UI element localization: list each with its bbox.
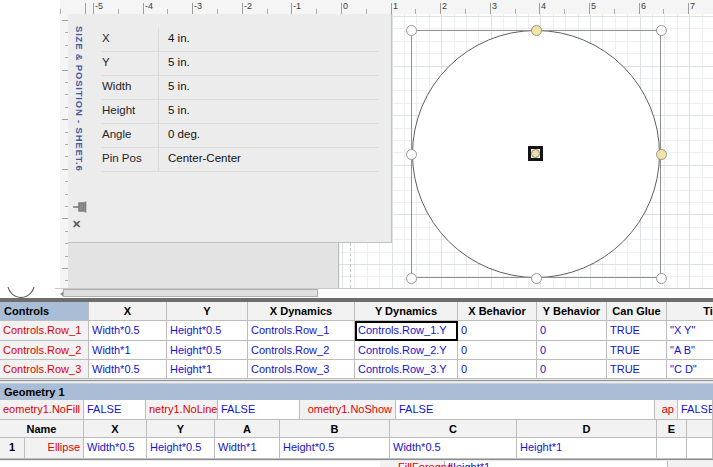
field-label: Height bbox=[102, 104, 135, 116]
formula-cell[interactable] bbox=[657, 438, 687, 459]
formula-cell[interactable]: TRUE bbox=[607, 341, 667, 360]
controls-section: Controls X Y X Dynamics Y Dynamics X Beh… bbox=[0, 302, 713, 381]
formula-cell[interactable]: 0 bbox=[458, 341, 537, 360]
ruler-number: 5 bbox=[591, 0, 596, 12]
size-position-panel: SIZE & POSITION - SHEET.6 X 4 in. Y 5 in… bbox=[68, 14, 392, 243]
row-name-cell[interactable]: Controls.Row_3 bbox=[0, 360, 89, 379]
selection-handle-middle-left[interactable] bbox=[406, 149, 417, 160]
circle-master-icon bbox=[7, 287, 35, 298]
selection-handle-bottom-middle[interactable] bbox=[531, 273, 542, 284]
column-header-d: D bbox=[517, 420, 657, 438]
row-name-cell[interactable]: Controls.Row_2 bbox=[0, 341, 89, 360]
selection-handle-top-left[interactable] bbox=[406, 25, 417, 36]
ruler-number: 6 bbox=[641, 0, 646, 12]
row-name-cell[interactable]: Controls.Row_1 bbox=[0, 321, 89, 341]
formula-cell[interactable]: Width*0.5 bbox=[89, 321, 167, 341]
field-value[interactable]: 5 in. bbox=[158, 100, 379, 123]
flag-value[interactable]: FALSE bbox=[678, 400, 713, 420]
field-value[interactable]: 5 in. bbox=[158, 52, 379, 75]
selection-handle-bottom-right[interactable] bbox=[656, 273, 667, 284]
formula-cell[interactable]: Width*1 bbox=[215, 438, 280, 459]
formula-cell[interactable]: Height*0.5 bbox=[147, 438, 215, 459]
controls-section-header[interactable]: Controls bbox=[0, 302, 89, 321]
formula-cell[interactable]: "X Y" bbox=[667, 321, 713, 341]
column-header-y-behavior: Y Behavior bbox=[537, 302, 607, 321]
field-row-y: Y 5 in. bbox=[102, 52, 379, 76]
column-header-name: Name bbox=[0, 420, 84, 438]
ruler-number: 4 bbox=[541, 0, 546, 12]
control-handle-center-selected[interactable] bbox=[528, 146, 543, 161]
formula-cell[interactable]: 0 bbox=[537, 321, 607, 341]
flag-label-noline[interactable]: netry1.NoLine bbox=[146, 400, 218, 420]
master-shape-partial[interactable] bbox=[6, 287, 36, 298]
column-header-c: C bbox=[390, 420, 517, 438]
formula-cell[interactable]: Height*0.5 bbox=[167, 321, 248, 341]
selection-handle-top-right[interactable] bbox=[656, 25, 667, 36]
formula-cell[interactable]: 0 bbox=[537, 341, 607, 360]
formula-cell[interactable]: Controls.Row_2 bbox=[248, 341, 355, 360]
formula-cell[interactable]: Width*0.5 bbox=[89, 360, 167, 379]
ruler-number: -5 bbox=[95, 0, 103, 12]
formula-cell[interactable]: Width*1 bbox=[89, 341, 167, 360]
formula-cell[interactable]: 0 bbox=[458, 360, 537, 379]
formula-cell[interactable]: Height*1 bbox=[517, 438, 657, 459]
formula-cell[interactable]: 0 bbox=[537, 360, 607, 379]
scrollbar-thumb[interactable] bbox=[63, 289, 318, 297]
formula-cell[interactable] bbox=[687, 438, 713, 459]
formula-cell[interactable]: 0 bbox=[458, 321, 537, 341]
column-header-blank bbox=[687, 420, 713, 438]
row-name-cell[interactable]: Ellipse bbox=[25, 438, 84, 459]
flag-value[interactable]: FALSE bbox=[218, 400, 300, 420]
formula-cell[interactable]: "A B" bbox=[667, 341, 713, 360]
ruler-major-ticks bbox=[60, 3, 713, 14]
field-value[interactable]: 0 deg. bbox=[158, 124, 379, 147]
column-header-tip: Tip bbox=[667, 302, 713, 321]
formula-cell[interactable]: Width*0.5 bbox=[84, 438, 147, 459]
row-number-cell[interactable]: 1 bbox=[0, 438, 25, 459]
clipped-row-value: Height*1 bbox=[448, 461, 490, 467]
selected-cell[interactable]: Controls.Row_1.Y bbox=[355, 321, 458, 341]
control-handle-top-middle[interactable] bbox=[531, 25, 542, 36]
selection-handle-bottom-left[interactable] bbox=[406, 273, 417, 284]
control-handle-middle-right[interactable] bbox=[656, 149, 667, 160]
column-header-b: B bbox=[280, 420, 390, 438]
geometry-row-ellipse: 1 Ellipse Width*0.5 Height*0.5 Width*1 H… bbox=[0, 438, 713, 460]
formula-cell[interactable]: Height*0.5 bbox=[280, 438, 390, 459]
formula-cell[interactable]: Controls.Row_3 bbox=[248, 360, 355, 379]
field-value[interactable]: 5 in. bbox=[158, 76, 379, 99]
ruler-number: -2 bbox=[244, 0, 252, 12]
ruler-number: 0 bbox=[343, 0, 348, 12]
formula-cell[interactable]: Height*0.5 bbox=[167, 341, 248, 360]
clipped-next-row: FillForegnd Height*1 bbox=[0, 461, 713, 467]
formula-cell[interactable]: Controls.Row_2.Y bbox=[355, 341, 458, 360]
field-label: Pin Pos bbox=[102, 152, 142, 164]
ruler-number: -4 bbox=[145, 0, 153, 12]
column-header-can-glue: Can Glue bbox=[607, 302, 667, 321]
close-icon[interactable]: ✕ bbox=[72, 218, 81, 231]
flag-label-noshow[interactable]: ometry1.NoShow bbox=[300, 400, 396, 420]
column-header-y: Y bbox=[147, 420, 215, 438]
clipped-gray-cell bbox=[667, 461, 713, 467]
geometry-section-header[interactable]: Geometry 1 bbox=[0, 383, 713, 400]
pushpin-icon[interactable] bbox=[73, 200, 89, 214]
ruler-number: 7 bbox=[690, 0, 695, 12]
field-value[interactable]: Center-Center bbox=[158, 148, 379, 171]
column-header-x: X bbox=[84, 420, 147, 438]
formula-cell[interactable]: Controls.Row_1 bbox=[248, 321, 355, 341]
formula-cell[interactable]: Controls.Row_3.Y bbox=[355, 360, 458, 379]
column-header-y-dynamics: Y Dynamics bbox=[355, 302, 458, 321]
control-handle-dot bbox=[531, 149, 540, 158]
flag-value[interactable]: FALSE bbox=[396, 400, 655, 420]
formula-cell[interactable]: Width*0.5 bbox=[390, 438, 517, 459]
horizontal-scrollbar[interactable] bbox=[55, 288, 713, 298]
flag-label-nosnap[interactable]: ap bbox=[655, 400, 678, 420]
formula-cell[interactable]: Height*1 bbox=[167, 360, 248, 379]
field-value[interactable]: 4 in. bbox=[158, 28, 379, 51]
flag-value[interactable]: FALSE bbox=[84, 400, 146, 420]
formula-cell[interactable]: TRUE bbox=[607, 360, 667, 379]
flag-label-nofill[interactable]: eometry1.NoFill bbox=[0, 400, 84, 420]
formula-cell[interactable]: TRUE bbox=[607, 321, 667, 341]
column-header-x-behavior: X Behavior bbox=[458, 302, 537, 321]
formula-cell[interactable]: "C D" bbox=[667, 360, 713, 379]
geometry-flags-row: eometry1.NoFill FALSE netry1.NoLine FALS… bbox=[0, 400, 713, 420]
